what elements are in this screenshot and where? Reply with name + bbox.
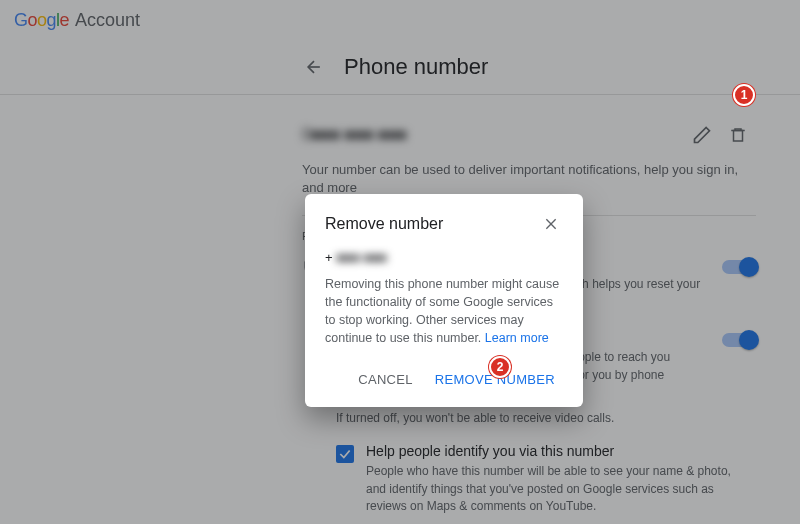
close-icon <box>543 216 559 232</box>
remove-number-dialog: Remove number + ■■■ ■■■ Removing this ph… <box>305 194 583 407</box>
dialog-close-button[interactable] <box>539 212 563 236</box>
dialog-title: Remove number <box>325 215 539 233</box>
cancel-button[interactable]: CANCEL <box>350 366 421 393</box>
dialog-phone: + ■■■ ■■■ <box>325 250 563 265</box>
annotation-badge-2: 2 <box>489 356 511 378</box>
annotation-badge-1: 1 <box>733 84 755 106</box>
learn-more-link[interactable]: Learn more <box>485 331 549 345</box>
dialog-body: Removing this phone number might cause t… <box>325 275 563 348</box>
